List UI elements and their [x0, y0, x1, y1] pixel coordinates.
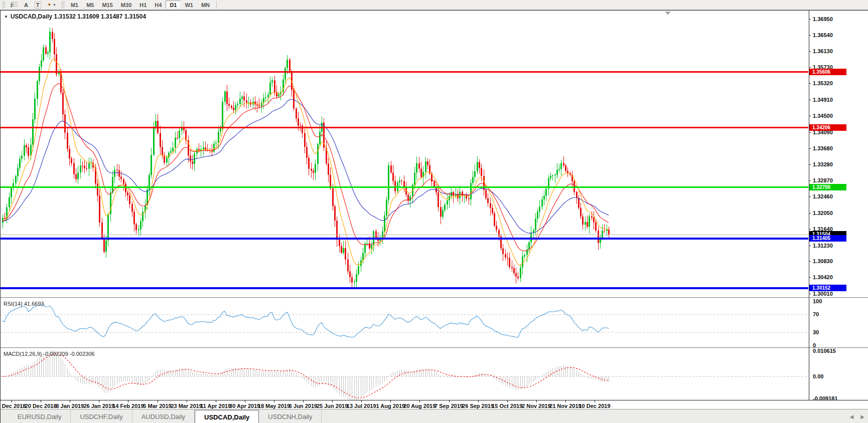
pane-separator-main-rsi[interactable] [1, 297, 868, 298]
hline-resistance-lower[interactable] [1, 127, 808, 128]
chart-tab-eurusd[interactable]: EURUSD,Daily [9, 409, 71, 423]
price-tick-label: 1.34500 [813, 113, 833, 119]
date-tick-mark [274, 400, 274, 402]
price-tick-label: 1.33680 [813, 145, 833, 151]
fibonacci-tool-button[interactable]: F [8, 1, 20, 9]
macd-axis-label: 0.00 [813, 373, 823, 379]
main-chart-canvas[interactable] [1, 11, 807, 297]
timeframe-button-d1[interactable]: D1 [166, 1, 181, 9]
price-tick-mark [809, 148, 811, 149]
chart-title: ▼ USDCAD,Daily 1.31532 1.31609 1.31487 1… [4, 13, 146, 20]
price-tick-mark [809, 261, 811, 262]
price-level-badge: 1.34206 [809, 124, 846, 131]
toolbar: F A T ✦▼ M1M5M15M30H1H4D1W1MN [0, 0, 868, 10]
chart-tab-bar: EURUSD,DailyUSDCHF,DailyAUDUSD,DailyUSDC… [1, 409, 868, 423]
price-tick-mark [809, 83, 811, 84]
timeframe-button-m5[interactable]: M5 [82, 1, 98, 9]
price-tick-label: 1.32870 [813, 177, 833, 183]
toolbar-grip-2[interactable] [61, 2, 65, 9]
ohlc-dropdown-icon[interactable]: ▼ [4, 15, 8, 19]
rsi-indicator-canvas[interactable] [1, 299, 807, 347]
arrow-label-tool-button[interactable]: A [21, 1, 31, 9]
fibonacci-icon: F [11, 2, 18, 8]
date-tick-mark [478, 400, 479, 402]
date-tick-label: 10 Dec 2019 [572, 403, 617, 409]
timeframe-button-h4[interactable]: H4 [151, 1, 166, 9]
hline-support-lower[interactable] [1, 287, 808, 289]
price-level-badge: 1.32700 [809, 184, 846, 190]
date-tick-mark [595, 400, 595, 402]
price-tick-mark [809, 35, 811, 36]
date-tick-mark [187, 400, 187, 402]
date-tick-mark [536, 400, 537, 402]
timeframe-group: M1M5M15M30H1H4D1W1MN [67, 1, 214, 9]
price-tick-label: 1.34910 [813, 97, 833, 103]
price-tick-mark [809, 246, 811, 246]
date-tick-mark [361, 400, 362, 402]
price-tick-label: 1.30830 [813, 258, 833, 264]
rsi-label: RSI(14) 41.6693 [4, 301, 44, 307]
price-tick-label: 1.36950 [813, 16, 833, 22]
price-tick-mark [809, 277, 811, 278]
date-tick-mark [449, 400, 450, 402]
chart-window: 1.369501.365401.361301.357301.353201.349… [0, 10, 868, 423]
tab-scroll-left-icon[interactable]: ◀ [850, 414, 854, 419]
date-tick-mark [216, 400, 216, 402]
timeframe-button-mn[interactable]: MN [197, 1, 214, 9]
toolbar-grip[interactable] [2, 2, 6, 9]
current-price-line [1, 235, 808, 235]
timeframe-button-w1[interactable]: W1 [181, 1, 197, 9]
pane-separator-rsi-macd[interactable] [1, 347, 868, 348]
chart-tab-usdchf[interactable]: USDCHF,Daily [71, 409, 132, 423]
price-tick-label: 1.33280 [813, 161, 833, 167]
price-tick-mark [809, 51, 811, 52]
price-tick-mark [809, 294, 811, 294]
rsi-axis-label: 100 [813, 298, 822, 304]
rsi-axis-label: 70 [813, 311, 819, 317]
price-tick-mark [809, 164, 811, 165]
chevron-down-icon: ▼ [53, 3, 56, 7]
symbol-ohlc-text: USDCAD,Daily 1.31532 1.31609 1.31487 1.3… [11, 13, 146, 20]
price-tick-mark [809, 116, 811, 116]
text-t-icon: T [35, 2, 41, 9]
text-tool-button[interactable]: T [32, 1, 44, 9]
date-tick-mark [390, 400, 391, 402]
chart-tab-usdcnh[interactable]: USDCNH,Daily [259, 409, 322, 423]
price-tick-mark [809, 213, 811, 214]
chart-tab-usdcad[interactable]: USDCAD,Daily [195, 410, 259, 423]
mt4-window: F A T ✦▼ M1M5M15M30H1H4D1W1MN 1.369501.3… [0, 0, 868, 423]
price-tick-mark [809, 132, 811, 133]
timeframe-button-m15[interactable]: M15 [98, 1, 116, 9]
chart-tab-audusd[interactable]: AUDUSD,Daily [132, 409, 195, 423]
date-tick-mark [41, 400, 41, 402]
hline-support-upper[interactable] [1, 238, 808, 240]
price-level-badge: 1.35606 [809, 69, 846, 75]
date-tick-mark [303, 400, 304, 402]
label-a-icon: A [24, 2, 28, 8]
price-tick-mark [809, 100, 811, 100]
date-tick-mark [565, 400, 566, 402]
rsi-axis-label: 30 [813, 329, 819, 335]
toolbar-separator [216, 1, 217, 9]
date-tick-mark [332, 400, 333, 402]
timeframe-button-h1[interactable]: H1 [135, 1, 151, 9]
hline-mid-support-green[interactable] [1, 186, 808, 188]
timeframe-button-m30[interactable]: M30 [117, 1, 135, 9]
price-tick-mark [809, 19, 811, 20]
price-tick-mark [809, 196, 811, 197]
macd-indicator-canvas[interactable] [1, 349, 807, 400]
price-tick-mark [809, 67, 811, 68]
date-tick-mark [128, 400, 128, 402]
timeframe-button-m1[interactable]: M1 [67, 1, 82, 9]
price-tick-label: 1.35320 [813, 80, 833, 86]
date-tick-mark [12, 400, 12, 402]
tab-scroll-right-icon[interactable]: ▶ [860, 414, 864, 419]
hline-resistance-upper[interactable] [1, 71, 808, 73]
date-tick-mark [245, 400, 245, 402]
price-tick-label: 1.30420 [813, 274, 833, 280]
chart-shift-marker-icon[interactable] [665, 12, 671, 15]
date-tick-mark [70, 400, 70, 402]
price-tick-label: 1.30010 [813, 291, 833, 297]
arrows-tool-button[interactable]: ✦▼ [45, 1, 59, 9]
price-tick-label: 1.36540 [813, 32, 833, 38]
